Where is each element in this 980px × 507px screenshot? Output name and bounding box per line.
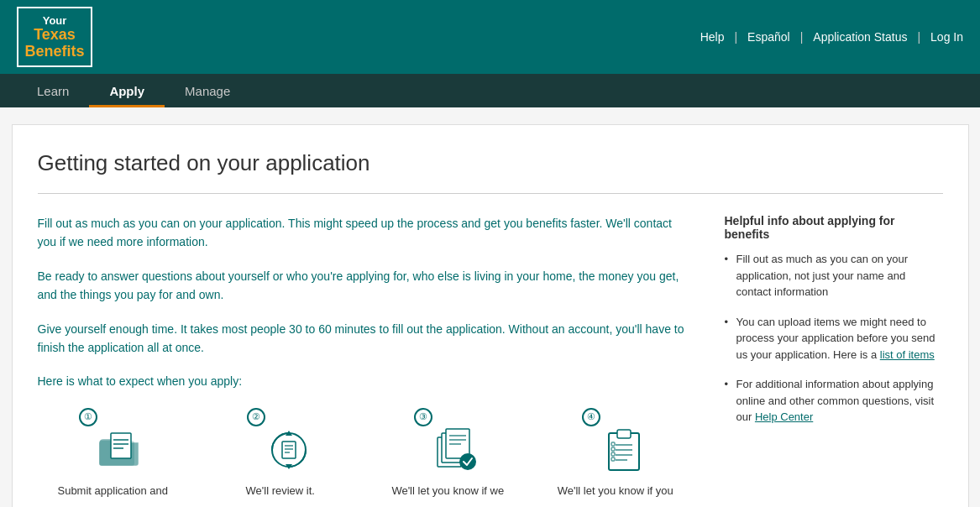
svg-rect-6 [282, 442, 296, 458]
sidebar-item-2: You can upload items we might need to pr… [725, 314, 943, 363]
site-header: Your Texas Benefits Help | Español | App… [0, 0, 980, 74]
title-divider [38, 193, 943, 194]
list-of-items-link[interactable]: list of items [880, 348, 935, 361]
header-nav: Help | Español | Application Status | Lo… [700, 30, 963, 44]
tab-manage[interactable]: Manage [165, 74, 250, 107]
step-2-icon-container: ② [247, 408, 314, 475]
svg-point-18 [459, 453, 476, 470]
step-3-icon-container: ③ [414, 408, 481, 475]
divider-3: | [917, 30, 920, 44]
step-1-number: ① [79, 408, 97, 426]
sidebar-item-1: Fill out as much as you can on your appl… [725, 251, 943, 301]
step-4-number: ④ [582, 408, 600, 426]
main-nav: Learn Apply Manage [0, 74, 980, 107]
step-3: ③ W [373, 408, 524, 499]
divider-1: | [734, 30, 737, 44]
login-link[interactable]: Log In [930, 30, 963, 44]
step-1-icon [96, 425, 146, 475]
step-1-icon-container: ① [79, 408, 146, 475]
content-area: Fill out as much as you can on your appl… [38, 214, 943, 499]
step-4-icon [599, 425, 649, 475]
espanol-link[interactable]: Español [747, 30, 790, 44]
sidebar-list: Fill out as much as you can on your appl… [725, 251, 943, 426]
paragraph-1: Fill out as much as you can on your appl… [38, 214, 691, 252]
paragraph-4: Here is what to expect when you apply: [38, 372, 691, 390]
step-3-number: ③ [414, 408, 432, 426]
sidebar-title: Helpful info about applying for benefits [725, 214, 943, 241]
divider-2: | [800, 30, 804, 44]
tab-apply[interactable]: Apply [89, 74, 165, 107]
step-2-icon [264, 425, 314, 475]
logo[interactable]: Your Texas Benefits [17, 7, 92, 67]
step-2-label: We'll review it. [246, 483, 315, 499]
svg-rect-20 [617, 430, 631, 438]
help-link[interactable]: Help [700, 30, 725, 44]
step-4: ④ [540, 408, 691, 499]
help-center-link[interactable]: Help Center [755, 410, 813, 423]
step-4-icon-container: ④ [582, 408, 649, 475]
step-2: ② [205, 408, 356, 499]
sidebar-item-3: For additional information about applyin… [725, 376, 943, 426]
logo-your: Your [43, 14, 67, 27]
step-1-label: Submit application and [57, 483, 168, 499]
step-3-icon [431, 425, 481, 475]
page-title: Getting started on your application [38, 150, 943, 176]
paragraph-2: Be ready to answer questions about yours… [38, 267, 691, 305]
step-3-label: We'll let you know if we [391, 483, 504, 499]
application-status-link[interactable]: Application Status [813, 30, 907, 44]
step-1: ① Submit application and [38, 408, 189, 499]
tab-learn[interactable]: Learn [17, 74, 89, 107]
logo-benefits: Benefits [25, 44, 85, 60]
step-4-label: We'll let you know if you [558, 483, 673, 499]
sidebar: Helpful info about applying for benefits… [725, 214, 943, 499]
step-2-number: ② [247, 408, 265, 426]
svg-rect-1 [111, 433, 131, 458]
main-text: Fill out as much as you can on your appl… [38, 214, 691, 499]
logo-texas: Texas [34, 27, 76, 44]
paragraph-3: Give yourself enough time. It takes most… [38, 320, 691, 358]
main-content: Getting started on your application Fill… [12, 124, 969, 507]
steps-row: ① Submit application and [38, 408, 691, 499]
